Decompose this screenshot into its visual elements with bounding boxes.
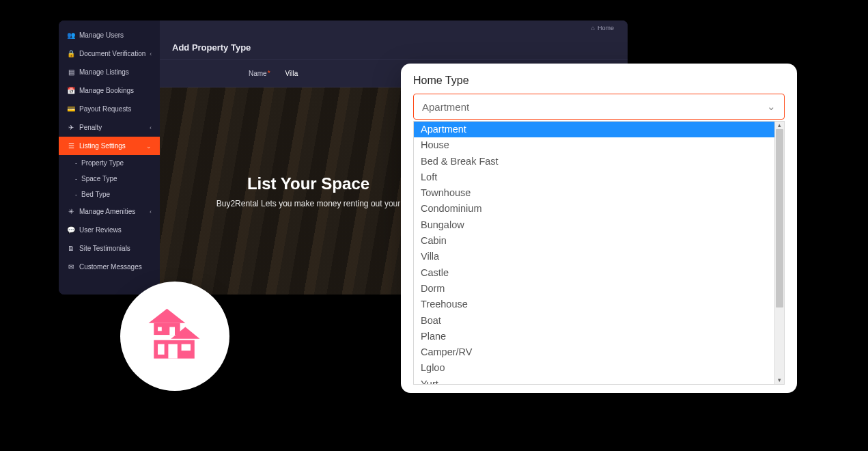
dash-icon: - (75, 191, 77, 198)
sidebar-sub-bed-type[interactable]: - Bed Type (59, 187, 160, 202)
sidebar-item-label: Property Type (81, 159, 124, 167)
lock-icon: 🔒 (67, 50, 75, 57)
badge-circle (120, 282, 229, 391)
scroll-down-icon[interactable]: ▾ (778, 377, 781, 384)
sidebar-item-label: Manage Amenities (79, 208, 135, 215)
sidebar-item-label: Bed Type (81, 191, 110, 198)
sidebar-item-document-verification[interactable]: 🔒 Document Verification ‹ (59, 44, 160, 63)
dash-icon: - (75, 160, 77, 167)
plane-icon: ✈ (67, 124, 75, 131)
svg-rect-6 (158, 344, 165, 355)
sidebar-sub-property-type[interactable]: - Property Type (59, 155, 160, 171)
doc-icon: 🗎 (67, 245, 75, 252)
scrollbar[interactable]: ▴ ▾ (775, 121, 785, 385)
svg-rect-3 (169, 327, 175, 336)
sidebar-item-label: Customer Messages (79, 263, 142, 271)
amenities-icon: ✳ (67, 208, 75, 215)
sidebar-item-payout-requests[interactable]: 💳 Payout Requests (59, 100, 160, 118)
option-camper-rv[interactable]: Camper/RV (414, 344, 774, 360)
select-value: Apartment (422, 101, 469, 113)
home-type-select[interactable]: Apartment ⌄ (413, 94, 785, 120)
option-bungalow[interactable]: Bungalow (414, 217, 774, 233)
sidebar-item-label: Manage Bookings (79, 87, 134, 94)
sidebar-item-label: Site Testimonials (79, 245, 130, 252)
svg-rect-8 (182, 344, 191, 351)
hero-subtitle: Buy2Rental Lets you make money renting o… (216, 199, 400, 208)
sidebar-item-label: Manage Listings (79, 68, 129, 76)
chevron-down-icon: ⌄ (146, 143, 152, 150)
list-icon: ▤ (67, 68, 75, 76)
name-input[interactable]: Villa (285, 70, 298, 77)
sidebar-item-label: Manage Users (79, 31, 124, 39)
chevron-left-icon: ‹ (150, 208, 152, 215)
option-plane[interactable]: Plane (414, 329, 774, 344)
option-villa[interactable]: Villa (414, 249, 774, 264)
option-yurt[interactable]: Yurt (414, 377, 774, 385)
topbar: ⌂ Home (160, 20, 628, 36)
sidebar-item-site-testimonials[interactable]: 🗎 Site Testimonials (59, 239, 160, 258)
svg-marker-0 (149, 309, 186, 323)
sidebar-sub-space-type[interactable]: - Space Type (59, 171, 160, 187)
scroll-up-icon[interactable]: ▴ (778, 122, 781, 129)
sidebar-item-customer-messages[interactable]: ✉ Customer Messages (59, 258, 160, 276)
option-castle[interactable]: Castle (414, 265, 774, 281)
home-type-panel: Home Type Apartment ⌄ Apartment House Be… (401, 64, 797, 393)
home-icon[interactable]: ⌂ (591, 25, 595, 31)
sidebar-item-label: User Reviews (79, 226, 122, 234)
sidebar-item-label: Space Type (81, 175, 117, 182)
card-icon: 💳 (67, 105, 75, 113)
name-label: Name (249, 70, 267, 77)
option-house[interactable]: House (414, 137, 774, 153)
sidebar-item-label: Listing Settings (79, 142, 126, 150)
sidebar-item-manage-amenities[interactable]: ✳ Manage Amenities ‹ (59, 202, 160, 221)
svg-rect-1 (154, 323, 180, 335)
svg-rect-2 (158, 327, 162, 331)
sidebar-item-manage-listings[interactable]: ▤ Manage Listings (59, 63, 160, 81)
chevron-left-icon: ‹ (150, 124, 152, 131)
svg-rect-7 (168, 344, 177, 359)
sliders-icon: ☰ (67, 142, 75, 150)
chevron-left-icon: ‹ (150, 51, 152, 57)
sidebar-item-label: Payout Requests (79, 105, 131, 113)
msg-icon: ✉ (67, 263, 75, 271)
sidebar-item-listing-settings[interactable]: ☰ Listing Settings ⌄ (59, 137, 160, 155)
option-apartment[interactable]: Apartment (414, 122, 774, 137)
option-bed-and-break-fast[interactable]: Bed & Break Fast (414, 154, 774, 169)
option-cabin[interactable]: Cabin (414, 233, 774, 249)
option-condominium[interactable]: Condominium (414, 201, 774, 217)
breadcrumb[interactable]: Home (598, 25, 614, 31)
sidebar-item-label: Penalty (79, 124, 102, 131)
chat-icon: 💬 (67, 226, 75, 234)
option-treehouse[interactable]: Treehouse (414, 297, 774, 312)
users-icon: 👥 (67, 31, 75, 39)
option-lgloo[interactable]: Lgloo (414, 360, 774, 376)
option-townhouse[interactable]: Townhouse (414, 185, 774, 201)
house-icon (142, 303, 208, 369)
option-boat[interactable]: Boat (414, 313, 774, 329)
sidebar-item-manage-bookings[interactable]: 📅 Manage Bookings (59, 81, 160, 100)
sidebar-item-user-reviews[interactable]: 💬 User Reviews (59, 221, 160, 239)
scrollbar-thumb[interactable] (776, 129, 783, 308)
sidebar-item-manage-users[interactable]: 👥 Manage Users (59, 26, 160, 44)
dropdown-options: Apartment House Bed & Break Fast Loft To… (413, 121, 775, 385)
option-dorm[interactable]: Dorm (414, 281, 774, 297)
hero-title: List Your Space (247, 174, 369, 193)
sidebar-item-penalty[interactable]: ✈ Penalty ‹ (59, 118, 160, 137)
panel-title: Add Property Type (160, 36, 628, 60)
scrollbar-track[interactable] (775, 129, 784, 377)
chevron-down-icon: ⌄ (767, 100, 776, 113)
option-loft[interactable]: Loft (414, 169, 774, 185)
dropdown-title: Home Type (413, 74, 785, 87)
calendar-icon: 📅 (67, 87, 75, 94)
dropdown-listbox: Apartment House Bed & Break Fast Loft To… (413, 121, 785, 385)
required-indicator: * (268, 70, 270, 77)
sidebar: 👥 Manage Users 🔒 Document Verification ‹… (59, 20, 160, 295)
sidebar-item-label: Document Verification (79, 50, 145, 57)
dash-icon: - (75, 176, 77, 182)
